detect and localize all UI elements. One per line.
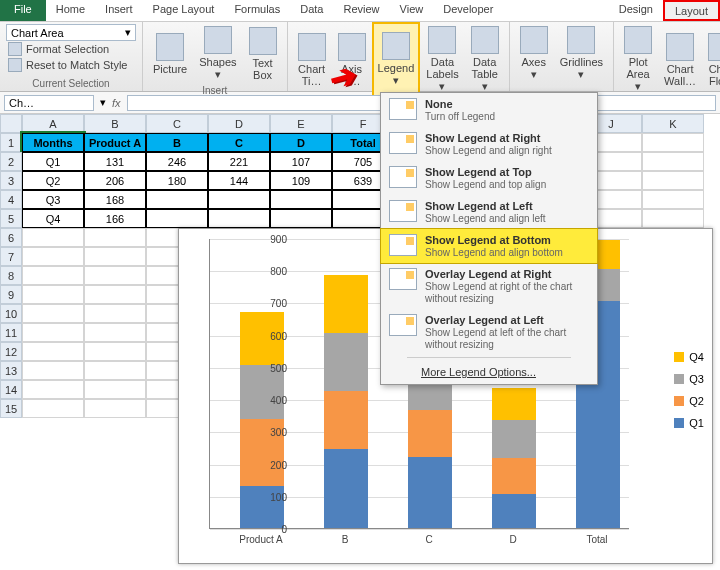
tab-insert[interactable]: Insert bbox=[95, 0, 143, 21]
cell[interactable] bbox=[84, 323, 146, 342]
cell[interactable] bbox=[22, 399, 84, 418]
col-header[interactable]: D bbox=[208, 114, 270, 133]
bar-segment[interactable] bbox=[492, 388, 536, 420]
chart-element-dropdown[interactable]: Chart Area▾ bbox=[6, 24, 136, 41]
tab-home[interactable]: Home bbox=[46, 0, 95, 21]
cell[interactable]: D bbox=[270, 133, 332, 152]
name-box[interactable]: Ch… bbox=[4, 95, 94, 111]
row-header[interactable]: 7 bbox=[0, 247, 22, 266]
data-labels-button[interactable]: Data Labels▾ bbox=[422, 24, 462, 95]
cell[interactable] bbox=[84, 399, 146, 418]
cell[interactable] bbox=[642, 171, 704, 190]
cell[interactable] bbox=[22, 228, 84, 247]
cell[interactable] bbox=[146, 209, 208, 228]
bar-segment[interactable] bbox=[240, 365, 284, 419]
row-header[interactable]: 14 bbox=[0, 380, 22, 399]
cell[interactable] bbox=[22, 380, 84, 399]
row-header[interactable]: 3 bbox=[0, 171, 22, 190]
legend-overlay-left[interactable]: Overlay Legend at LeftShow Legend at lef… bbox=[381, 309, 597, 355]
tab-page-layout[interactable]: Page Layout bbox=[143, 0, 225, 21]
col-header[interactable]: A bbox=[22, 114, 84, 133]
cell[interactable] bbox=[84, 247, 146, 266]
row-header[interactable]: 12 bbox=[0, 342, 22, 361]
cell[interactable] bbox=[270, 190, 332, 209]
bar-segment[interactable] bbox=[492, 494, 536, 528]
legend-right[interactable]: Show Legend at RightShow Legend and alig… bbox=[381, 127, 597, 161]
cell[interactable]: Q1 bbox=[22, 152, 84, 171]
reset-style-button[interactable]: Reset to Match Style bbox=[6, 57, 136, 73]
cell[interactable] bbox=[22, 304, 84, 323]
gridlines-button[interactable]: Gridlines▾ bbox=[556, 24, 607, 83]
cell[interactable] bbox=[84, 380, 146, 399]
cell[interactable] bbox=[642, 209, 704, 228]
bar-segment[interactable] bbox=[324, 449, 368, 528]
chevron-down-icon[interactable]: ▾ bbox=[100, 96, 106, 109]
bar-segment[interactable] bbox=[324, 333, 368, 391]
cell[interactable] bbox=[642, 133, 704, 152]
cell[interactable] bbox=[84, 228, 146, 247]
cell[interactable] bbox=[84, 342, 146, 361]
cell[interactable] bbox=[208, 190, 270, 209]
cell[interactable]: 168 bbox=[84, 190, 146, 209]
format-selection-button[interactable]: Format Selection bbox=[6, 41, 136, 57]
cell[interactable] bbox=[22, 361, 84, 380]
cell[interactable]: 131 bbox=[84, 152, 146, 171]
cell[interactable]: 144 bbox=[208, 171, 270, 190]
cell[interactable]: Months bbox=[22, 133, 84, 152]
axes-button[interactable]: Axes▾ bbox=[516, 24, 552, 83]
cell[interactable]: Product A bbox=[84, 133, 146, 152]
data-table-button[interactable]: Data Table▾ bbox=[467, 24, 503, 95]
cell[interactable]: Q2 bbox=[22, 171, 84, 190]
cell[interactable] bbox=[22, 247, 84, 266]
bar-segment[interactable] bbox=[492, 458, 536, 493]
cell[interactable] bbox=[208, 209, 270, 228]
cell[interactable]: 180 bbox=[146, 171, 208, 190]
row-header[interactable]: 13 bbox=[0, 361, 22, 380]
picture-button[interactable]: Picture bbox=[149, 24, 191, 83]
cell[interactable]: 221 bbox=[208, 152, 270, 171]
tab-formulas[interactable]: Formulas bbox=[224, 0, 290, 21]
cell[interactable]: B bbox=[146, 133, 208, 152]
cell[interactable] bbox=[22, 266, 84, 285]
select-all-corner[interactable] bbox=[0, 114, 22, 133]
cell[interactable] bbox=[642, 152, 704, 171]
tab-layout[interactable]: Layout bbox=[663, 0, 720, 21]
cell[interactable] bbox=[146, 190, 208, 209]
textbox-button[interactable]: Text Box bbox=[245, 24, 281, 83]
row-header[interactable]: 6 bbox=[0, 228, 22, 247]
col-header[interactable]: C bbox=[146, 114, 208, 133]
cell[interactable]: 109 bbox=[270, 171, 332, 190]
row-header[interactable]: 5 bbox=[0, 209, 22, 228]
legend-item[interactable]: Q1 bbox=[674, 414, 704, 432]
legend-left[interactable]: Show Legend at LeftShow Legend and align… bbox=[381, 195, 597, 229]
row-header[interactable]: 2 bbox=[0, 152, 22, 171]
col-header[interactable]: B bbox=[84, 114, 146, 133]
cell[interactable] bbox=[84, 361, 146, 380]
tab-design[interactable]: Design bbox=[609, 0, 663, 21]
legend-item[interactable]: Q4 bbox=[674, 348, 704, 366]
cell[interactable]: 206 bbox=[84, 171, 146, 190]
legend-item[interactable]: Q3 bbox=[674, 370, 704, 388]
cell[interactable]: 107 bbox=[270, 152, 332, 171]
tab-review[interactable]: Review bbox=[333, 0, 389, 21]
cell[interactable]: C bbox=[208, 133, 270, 152]
row-header[interactable]: 10 bbox=[0, 304, 22, 323]
cell[interactable] bbox=[22, 323, 84, 342]
row-header[interactable]: 1 bbox=[0, 133, 22, 152]
tab-view[interactable]: View bbox=[390, 0, 434, 21]
cell[interactable]: Q4 bbox=[22, 209, 84, 228]
chart-wall-button[interactable]: Chart Wall… bbox=[660, 24, 700, 95]
bar-segment[interactable] bbox=[408, 457, 452, 528]
plot-area-button[interactable]: Plot Area▾ bbox=[620, 24, 656, 95]
cell[interactable] bbox=[84, 285, 146, 304]
row-header[interactable]: 4 bbox=[0, 190, 22, 209]
row-header[interactable]: 9 bbox=[0, 285, 22, 304]
cell[interactable]: 166 bbox=[84, 209, 146, 228]
legend-none[interactable]: NoneTurn off Legend bbox=[381, 93, 597, 127]
legend-top[interactable]: Show Legend at TopShow Legend and top al… bbox=[381, 161, 597, 195]
fx-icon[interactable]: fx bbox=[112, 97, 121, 109]
cell[interactable]: 246 bbox=[146, 152, 208, 171]
shapes-button[interactable]: Shapes▾ bbox=[195, 24, 240, 83]
legend-item[interactable]: Q2 bbox=[674, 392, 704, 410]
legend-more-options[interactable]: More Legend Options... bbox=[381, 360, 597, 384]
